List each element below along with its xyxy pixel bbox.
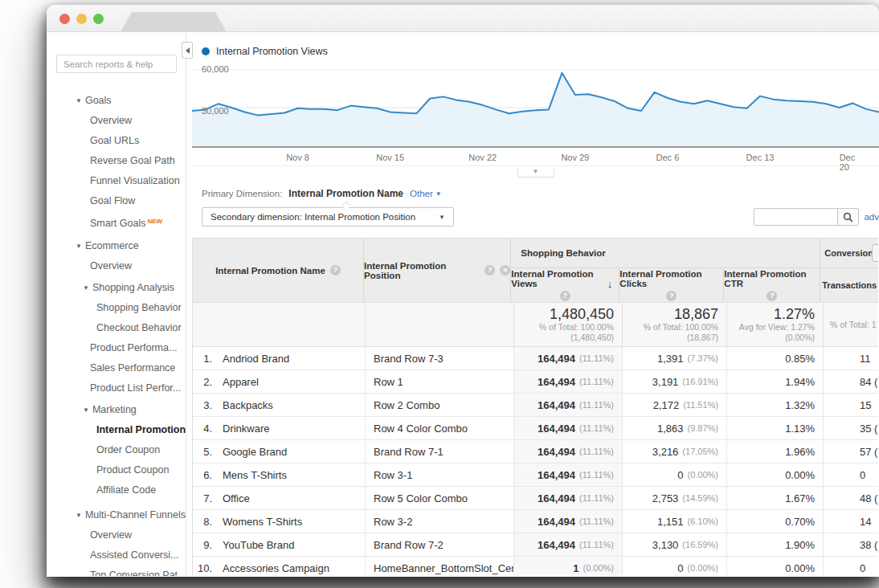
- sidebar-item-product-list-perfor-[interactable]: Product List Perfor...: [47, 378, 186, 398]
- help-icon[interactable]: ?: [666, 291, 677, 301]
- views-value: 164,494: [538, 492, 575, 504]
- cell-clicks: 1,391(7.37%): [623, 347, 727, 370]
- sidebar-item-label: Multi-Channel Funnels: [85, 509, 186, 521]
- primary-dimension-active[interactable]: Internal Promotion Name: [288, 188, 403, 199]
- sidebar-item-ecommerce[interactable]: ▼Ecommerce: [47, 236, 186, 256]
- conversions-selector-clipped[interactable]: [872, 244, 878, 262]
- other-dimension-link[interactable]: Other▼: [410, 189, 442, 198]
- sidebar-item-goals[interactable]: ▼Goals: [47, 91, 186, 111]
- column-header-views[interactable]: Internal Promotion Views ? ↓: [511, 268, 619, 302]
- sidebar-item-smart-goals[interactable]: Smart GoalsNEW: [47, 211, 186, 231]
- x-axis-tick: Nov 15: [376, 153, 404, 162]
- sidebar-item-assisted-conversi-[interactable]: Assisted Conversi...: [47, 545, 186, 566]
- cell-name: 10.Accessories Campaign: [193, 557, 366, 576]
- clicks-value: 0: [677, 469, 683, 481]
- clicks-value: 3,216: [652, 446, 679, 458]
- cell-ctr: 1.90%: [727, 533, 824, 556]
- sidebar-item-goal-flow[interactable]: Goal Flow: [47, 191, 186, 211]
- clicks-percent: (6.10%): [687, 517, 718, 526]
- sidebar-item-marketing[interactable]: ▼Marketing: [47, 400, 186, 420]
- table-search: [754, 208, 859, 226]
- sidebar-item-label: Order Coupon: [96, 444, 160, 455]
- table-search-input[interactable]: [754, 209, 837, 225]
- promotion-name: Accessories Campaign: [223, 562, 329, 574]
- sidebar-item-label: Top Conversion Pat...: [90, 570, 186, 576]
- sidebar-item-checkout-behavior[interactable]: Checkout Behavior: [47, 318, 186, 338]
- promotion-name: Office: [223, 492, 250, 504]
- sidebar-item-goal-urls[interactable]: Goal URLs: [47, 131, 186, 151]
- sidebar-item-label: Overview: [90, 529, 132, 541]
- table-row: 3.BackpacksRow 2 Combo164,494(11.11%)2,1…: [193, 394, 878, 417]
- cell-ctr: 1.67%: [727, 487, 824, 509]
- sidebar-item-reverse-goal-path[interactable]: Reverse Goal Path: [47, 151, 186, 171]
- data-table: Internal Promotion Name ? Internal Promo…: [192, 238, 878, 576]
- sidebar-item-product-coupon[interactable]: Product Coupon: [47, 460, 186, 480]
- triangle-down-icon: ▼: [83, 278, 89, 298]
- row-number: 3.: [193, 399, 212, 411]
- cell-clicks: 0(0.00%): [623, 557, 727, 576]
- column-header-position[interactable]: Internal Promotion Position ? ✕: [364, 239, 511, 302]
- chart-collapse-tab[interactable]: ▼: [517, 168, 554, 178]
- sidebar-item-overview[interactable]: Overview: [47, 256, 186, 276]
- cell-ctr: 0.70%: [727, 510, 824, 533]
- table-row: 2.ApparelRow 1164,494(11.11%)3,191(16.91…: [193, 370, 878, 394]
- clicks-value: 3,130: [652, 539, 679, 551]
- row-number: 1.: [193, 353, 212, 365]
- sidebar-item-label: Ecommerce: [85, 240, 139, 251]
- sidebar-item-multi-channel-funnels[interactable]: ▼Multi-Channel Funnels: [47, 505, 186, 525]
- clicks-value: 3,191: [652, 376, 679, 388]
- sidebar-item-shopping-behavior[interactable]: Shopping Behavior: [47, 298, 186, 318]
- cell-clicks: 3,216(17.05%): [623, 440, 727, 463]
- promotion-name: Apparel: [223, 376, 259, 388]
- sidebar-item-internal-promotion[interactable]: Internal Promotion: [47, 420, 186, 440]
- y-axis-tick-30000: 30,000: [202, 106, 229, 116]
- minimize-window-icon[interactable]: [76, 14, 87, 24]
- sidebar-item-shopping-analysis[interactable]: ▼Shopping Analysis: [47, 278, 186, 298]
- browser-window: ▼GoalsOverviewGoal URLsReverse Goal Path…: [47, 5, 879, 577]
- views-value: 164,494: [538, 539, 575, 551]
- traffic-lights: [59, 14, 104, 24]
- sidebar-item-overview[interactable]: Overview: [47, 525, 186, 545]
- help-icon[interactable]: ?: [484, 265, 495, 276]
- cell-views: 1(0.00%): [514, 557, 623, 576]
- maximize-window-icon[interactable]: [93, 14, 104, 24]
- search-input[interactable]: [56, 55, 177, 73]
- sidebar-item-label: Overview: [90, 260, 132, 272]
- cell-name: 5.Google Brand: [193, 440, 366, 463]
- remove-secondary-dimension-icon[interactable]: ✕: [500, 265, 510, 276]
- column-header-ctr[interactable]: Internal Promotion CTR ?: [724, 268, 820, 302]
- views-value: 164,494: [538, 423, 575, 435]
- cell-position: Row 2 Combo: [366, 394, 514, 416]
- secondary-dimension-button[interactable]: Secondary dimension: Internal Promotion …: [202, 207, 454, 227]
- x-axis-tick: Dec 6: [656, 153, 680, 162]
- sidebar-item-sales-performance[interactable]: Sales Performance: [47, 358, 186, 378]
- sidebar-item-label: Shopping Analysis: [92, 282, 174, 293]
- column-header-name[interactable]: Internal Promotion Name ?: [193, 239, 364, 302]
- help-icon[interactable]: ?: [330, 265, 341, 276]
- browser-tab[interactable]: [121, 12, 227, 32]
- help-icon[interactable]: ?: [560, 291, 570, 301]
- table-controls: Secondary dimension: Internal Promotion …: [202, 207, 879, 227]
- sidebar-item-funnel-visualization[interactable]: Funnel Visualization: [47, 171, 186, 191]
- search-icon[interactable]: [837, 209, 858, 225]
- column-header-clicks[interactable]: Internal Promotion Clicks ?: [619, 268, 724, 302]
- table-row: 9.YouTube BrandBrand Row 7-2164,494(11.1…: [193, 533, 878, 557]
- advanced-link[interactable]: adv: [864, 212, 879, 222]
- sidebar-item-label: Shopping Behavior: [96, 302, 182, 313]
- cell-ctr: 1.96%: [727, 440, 824, 463]
- clicks-percent: (11.51%): [683, 400, 718, 410]
- close-window-icon[interactable]: [59, 14, 70, 24]
- sidebar-collapse-button[interactable]: [182, 42, 193, 59]
- sidebar: ▼GoalsOverviewGoal URLsReverse Goal Path…: [47, 32, 186, 576]
- sidebar-item-order-coupon[interactable]: Order Coupon: [47, 440, 186, 460]
- sidebar-item-overview[interactable]: Overview: [47, 111, 186, 131]
- sidebar-item-affiliate-code[interactable]: Affiliate Code: [47, 480, 186, 500]
- sidebar-item-product-performa-[interactable]: Product Performa...: [47, 338, 186, 358]
- group-header-conversions: Conversions: [820, 239, 878, 267]
- help-icon[interactable]: ?: [767, 291, 777, 301]
- cell-clicks: 2,172(11.51%): [623, 394, 727, 416]
- sidebar-item-label: Checkout Behavior: [96, 322, 182, 333]
- clicks-value: 1,391: [657, 353, 684, 365]
- sidebar-item-top-conversion-pat-[interactable]: Top Conversion Pat...: [47, 566, 186, 576]
- column-header-transactions[interactable]: Transactions: [820, 268, 878, 302]
